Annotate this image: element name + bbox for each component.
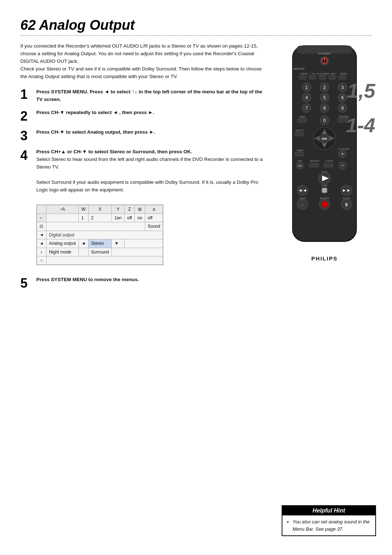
step-content-1: Press SYSTEM MENU. Press ◄ to select ↑↓ … bbox=[36, 87, 266, 104]
intro-text: If you connected the Recorder's white/re… bbox=[20, 42, 266, 81]
svg-text:RETURN: RETURN bbox=[310, 160, 319, 162]
svg-text:1: 1 bbox=[305, 85, 308, 90]
svg-rect-12 bbox=[299, 75, 306, 79]
svg-text:OK: OK bbox=[322, 137, 328, 141]
step-5: 5 Press SYSTEM MENU to remove the menus. bbox=[20, 276, 266, 290]
svg-text:8: 8 bbox=[323, 106, 326, 111]
svg-text:CH-: CH- bbox=[323, 144, 326, 146]
step-2: 2 Press CH-▼ repeatedly to select ◄ , th… bbox=[20, 109, 266, 123]
step-4: 4 Press CH+▲ or CH-▼ to select Stereo or… bbox=[20, 148, 266, 270]
svg-rect-13 bbox=[309, 75, 316, 79]
svg-text:CLEAR: CLEAR bbox=[326, 160, 333, 162]
svg-text:REC: REC bbox=[331, 73, 336, 75]
svg-text:4: 4 bbox=[305, 95, 308, 100]
svg-rect-54 bbox=[295, 152, 304, 156]
svg-text:6: 6 bbox=[341, 95, 344, 100]
steps: 1 Press SYSTEM MENU. Press ◄ to select ↑… bbox=[20, 87, 266, 290]
step-content-4: Press CH+▲ or CH-▼ to select Stereo or S… bbox=[36, 148, 266, 270]
svg-text:T/C: T/C bbox=[311, 73, 315, 75]
menu-table: ↑A W X Y Z ⊞ a ~ bbox=[36, 204, 163, 265]
svg-text:♪: ♪ bbox=[302, 203, 303, 207]
svg-text:0: 0 bbox=[323, 118, 326, 123]
step-3: 3 Press CH-▼ to select Analog output, th… bbox=[20, 129, 266, 142]
remote-svg: STANDBY MONITOR TV/DVD T/C PLAY MODE REC… bbox=[285, 42, 364, 250]
svg-text:SYSTEM: SYSTEM bbox=[339, 116, 348, 118]
svg-text:CH+: CH+ bbox=[322, 132, 326, 134]
svg-text:PLAY MODE: PLAY MODE bbox=[317, 73, 329, 75]
step-number-4: 4 bbox=[20, 149, 36, 162]
step-number-3: 3 bbox=[20, 129, 36, 142]
svg-text:⋘: ⋘ bbox=[297, 164, 302, 168]
svg-text:►►: ►► bbox=[342, 188, 351, 193]
helpful-hint-box: Helpful Hint You also can set analog sou… bbox=[282, 505, 376, 536]
svg-text:MONITOR: MONITOR bbox=[293, 68, 305, 70]
svg-text:5: 5 bbox=[323, 95, 326, 100]
svg-rect-16 bbox=[339, 75, 346, 79]
main-layout: If you connected the Recorder's white/re… bbox=[20, 42, 372, 296]
svg-rect-63 bbox=[309, 163, 319, 167]
svg-text:STANDBY: STANDBY bbox=[318, 52, 331, 55]
svg-rect-15 bbox=[329, 75, 336, 79]
helpful-hint-body: You also can set analog sound in the Men… bbox=[282, 515, 375, 535]
svg-rect-64 bbox=[324, 163, 333, 167]
svg-point-83 bbox=[321, 201, 328, 208]
step-number-2: 2 bbox=[20, 110, 36, 123]
left-column: If you connected the Recorder's white/re… bbox=[20, 42, 266, 296]
svg-text:2: 2 bbox=[323, 85, 326, 90]
svg-text:⏸: ⏸ bbox=[344, 202, 349, 207]
svg-text:◄◄: ◄◄ bbox=[298, 188, 307, 193]
svg-text:3: 3 bbox=[341, 85, 344, 90]
right-column: 1,5 1-4 STANDBY MONITOR bbox=[277, 42, 372, 296]
page-title: 62 Analog Output bbox=[20, 17, 372, 33]
svg-text:FSS: FSS bbox=[298, 160, 302, 162]
svg-text:TV/DVD: TV/DVD bbox=[300, 73, 308, 75]
svg-text:7: 7 bbox=[305, 106, 308, 111]
svg-text:TV VOLUME: TV VOLUME bbox=[338, 148, 350, 150]
step-content-2: Press CH-▼ repeatedly to select ◄ , then… bbox=[36, 109, 266, 117]
step-number-5: 5 bbox=[20, 277, 36, 290]
svg-text:DISC: DISC bbox=[300, 116, 306, 118]
step-content-3: Press CH-▼ to select Analog output, then… bbox=[36, 129, 266, 136]
svg-rect-36 bbox=[298, 118, 306, 122]
svg-text:TIMER: TIMER bbox=[296, 149, 303, 151]
step-content-5: Press SYSTEM MENU to remove the menus. bbox=[36, 276, 266, 284]
svg-text:9: 9 bbox=[341, 106, 344, 111]
svg-text:−: − bbox=[341, 163, 344, 168]
svg-text:STOP: STOP bbox=[322, 185, 327, 187]
helpful-hint-bullet: You also can set analog sound in the Men… bbox=[293, 518, 371, 532]
page: 62 Analog Output If you connected the Re… bbox=[0, 0, 392, 555]
step-number-1: 1 bbox=[20, 88, 36, 101]
svg-text:+: + bbox=[341, 151, 344, 157]
svg-rect-14 bbox=[319, 75, 326, 79]
svg-text:SELECT: SELECT bbox=[295, 129, 304, 131]
svg-text:MODE: MODE bbox=[340, 73, 347, 75]
step-1: 1 Press SYSTEM MENU. Press ◄ to select ↑… bbox=[20, 87, 266, 104]
divider bbox=[20, 35, 372, 36]
philips-label: PHILIPS bbox=[285, 255, 364, 262]
svg-rect-43 bbox=[295, 132, 304, 136]
svg-rect-73 bbox=[322, 188, 327, 193]
helpful-hint-title: Helpful Hint bbox=[282, 506, 375, 515]
svg-rect-41 bbox=[338, 118, 349, 122]
remote-control: 1,5 1-4 STANDBY MONITOR bbox=[285, 42, 364, 262]
